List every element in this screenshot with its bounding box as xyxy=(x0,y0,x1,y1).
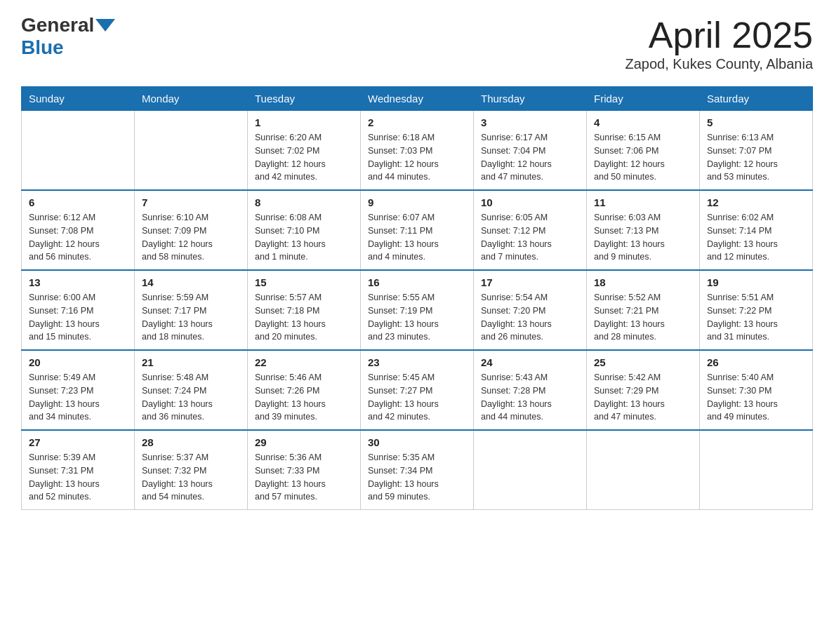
calendar-cell: 14Sunrise: 5:59 AMSunset: 7:17 PMDayligh… xyxy=(135,270,248,350)
logo: General Blue xyxy=(21,14,117,59)
day-info: Sunrise: 5:59 AMSunset: 7:17 PMDaylight:… xyxy=(142,291,240,344)
calendar-week-row: 1Sunrise: 6:20 AMSunset: 7:02 PMDaylight… xyxy=(22,111,813,191)
calendar-cell: 9Sunrise: 6:07 AMSunset: 7:11 PMDaylight… xyxy=(361,190,474,270)
day-number: 22 xyxy=(255,356,353,368)
day-number: 13 xyxy=(29,276,127,288)
calendar-cell: 11Sunrise: 6:03 AMSunset: 7:13 PMDayligh… xyxy=(587,190,700,270)
calendar-cell: 21Sunrise: 5:48 AMSunset: 7:24 PMDayligh… xyxy=(135,350,248,430)
day-info: Sunrise: 5:36 AMSunset: 7:33 PMDaylight:… xyxy=(255,451,353,504)
calendar-week-row: 13Sunrise: 6:00 AMSunset: 7:16 PMDayligh… xyxy=(22,270,813,350)
page-subtitle: Zapod, Kukes County, Albania xyxy=(625,56,813,72)
calendar-day-header: Thursday xyxy=(474,87,587,111)
calendar-cell: 12Sunrise: 6:02 AMSunset: 7:14 PMDayligh… xyxy=(700,190,813,270)
day-number: 25 xyxy=(594,356,692,368)
calendar-cell: 28Sunrise: 5:37 AMSunset: 7:32 PMDayligh… xyxy=(135,430,248,510)
calendar-cell: 6Sunrise: 6:12 AMSunset: 7:08 PMDaylight… xyxy=(22,190,135,270)
day-info: Sunrise: 6:18 AMSunset: 7:03 PMDaylight:… xyxy=(368,131,466,184)
calendar-header-row: SundayMondayTuesdayWednesdayThursdayFrid… xyxy=(22,87,813,111)
day-info: Sunrise: 5:46 AMSunset: 7:26 PMDaylight:… xyxy=(255,371,353,424)
day-number: 24 xyxy=(481,356,579,368)
day-info: Sunrise: 5:48 AMSunset: 7:24 PMDaylight:… xyxy=(142,371,240,424)
day-info: Sunrise: 6:07 AMSunset: 7:11 PMDaylight:… xyxy=(368,211,466,264)
calendar-cell: 20Sunrise: 5:49 AMSunset: 7:23 PMDayligh… xyxy=(22,350,135,430)
day-number: 28 xyxy=(142,436,240,448)
day-info: Sunrise: 6:08 AMSunset: 7:10 PMDaylight:… xyxy=(255,211,353,264)
logo-triangle-icon xyxy=(95,19,115,32)
calendar-cell xyxy=(22,111,135,191)
day-number: 4 xyxy=(594,116,692,128)
calendar-cell: 29Sunrise: 5:36 AMSunset: 7:33 PMDayligh… xyxy=(248,430,361,510)
day-number: 10 xyxy=(481,196,579,208)
calendar-cell xyxy=(474,430,587,510)
calendar-cell: 1Sunrise: 6:20 AMSunset: 7:02 PMDaylight… xyxy=(248,111,361,191)
day-info: Sunrise: 6:05 AMSunset: 7:12 PMDaylight:… xyxy=(481,211,579,264)
logo-blue-text: Blue xyxy=(21,36,64,59)
day-info: Sunrise: 6:17 AMSunset: 7:04 PMDaylight:… xyxy=(481,131,579,184)
calendar-cell: 18Sunrise: 5:52 AMSunset: 7:21 PMDayligh… xyxy=(587,270,700,350)
page-header: General Blue April 2025 Zapod, Kukes Cou… xyxy=(21,14,813,72)
day-info: Sunrise: 6:10 AMSunset: 7:09 PMDaylight:… xyxy=(142,211,240,264)
day-info: Sunrise: 6:03 AMSunset: 7:13 PMDaylight:… xyxy=(594,211,692,264)
day-info: Sunrise: 6:15 AMSunset: 7:06 PMDaylight:… xyxy=(594,131,692,184)
day-number: 1 xyxy=(255,116,353,128)
calendar-cell: 4Sunrise: 6:15 AMSunset: 7:06 PMDaylight… xyxy=(587,111,700,191)
day-number: 20 xyxy=(29,356,127,368)
day-info: Sunrise: 5:54 AMSunset: 7:20 PMDaylight:… xyxy=(481,291,579,344)
logo-general-text: General xyxy=(21,14,94,36)
calendar-table: SundayMondayTuesdayWednesdayThursdayFrid… xyxy=(21,86,813,510)
day-info: Sunrise: 6:13 AMSunset: 7:07 PMDaylight:… xyxy=(707,131,805,184)
day-number: 8 xyxy=(255,196,353,208)
calendar-cell: 15Sunrise: 5:57 AMSunset: 7:18 PMDayligh… xyxy=(248,270,361,350)
day-info: Sunrise: 5:51 AMSunset: 7:22 PMDaylight:… xyxy=(707,291,805,344)
day-number: 3 xyxy=(481,116,579,128)
day-number: 21 xyxy=(142,356,240,368)
day-info: Sunrise: 6:12 AMSunset: 7:08 PMDaylight:… xyxy=(29,211,127,264)
day-number: 11 xyxy=(594,196,692,208)
day-number: 16 xyxy=(368,276,466,288)
day-number: 30 xyxy=(368,436,466,448)
day-info: Sunrise: 5:42 AMSunset: 7:29 PMDaylight:… xyxy=(594,371,692,424)
calendar-cell: 24Sunrise: 5:43 AMSunset: 7:28 PMDayligh… xyxy=(474,350,587,430)
day-info: Sunrise: 6:00 AMSunset: 7:16 PMDaylight:… xyxy=(29,291,127,344)
calendar-cell: 13Sunrise: 6:00 AMSunset: 7:16 PMDayligh… xyxy=(22,270,135,350)
day-number: 12 xyxy=(707,196,805,208)
calendar-cell: 22Sunrise: 5:46 AMSunset: 7:26 PMDayligh… xyxy=(248,350,361,430)
day-number: 19 xyxy=(707,276,805,288)
calendar-cell: 10Sunrise: 6:05 AMSunset: 7:12 PMDayligh… xyxy=(474,190,587,270)
day-number: 2 xyxy=(368,116,466,128)
calendar-day-header: Sunday xyxy=(22,87,135,111)
day-info: Sunrise: 5:40 AMSunset: 7:30 PMDaylight:… xyxy=(707,371,805,424)
day-info: Sunrise: 5:57 AMSunset: 7:18 PMDaylight:… xyxy=(255,291,353,344)
calendar-cell: 19Sunrise: 5:51 AMSunset: 7:22 PMDayligh… xyxy=(700,270,813,350)
day-number: 5 xyxy=(707,116,805,128)
day-info: Sunrise: 5:49 AMSunset: 7:23 PMDaylight:… xyxy=(29,371,127,424)
day-number: 15 xyxy=(255,276,353,288)
calendar-day-header: Monday xyxy=(135,87,248,111)
calendar-cell xyxy=(135,111,248,191)
calendar-week-row: 6Sunrise: 6:12 AMSunset: 7:08 PMDaylight… xyxy=(22,190,813,270)
day-number: 27 xyxy=(29,436,127,448)
day-info: Sunrise: 5:55 AMSunset: 7:19 PMDaylight:… xyxy=(368,291,466,344)
day-info: Sunrise: 5:43 AMSunset: 7:28 PMDaylight:… xyxy=(481,371,579,424)
calendar-week-row: 27Sunrise: 5:39 AMSunset: 7:31 PMDayligh… xyxy=(22,430,813,510)
day-info: Sunrise: 5:35 AMSunset: 7:34 PMDaylight:… xyxy=(368,451,466,504)
day-number: 6 xyxy=(29,196,127,208)
day-number: 18 xyxy=(594,276,692,288)
day-number: 17 xyxy=(481,276,579,288)
calendar-cell: 17Sunrise: 5:54 AMSunset: 7:20 PMDayligh… xyxy=(474,270,587,350)
day-number: 26 xyxy=(707,356,805,368)
calendar-cell: 16Sunrise: 5:55 AMSunset: 7:19 PMDayligh… xyxy=(361,270,474,350)
calendar-cell: 5Sunrise: 6:13 AMSunset: 7:07 PMDaylight… xyxy=(700,111,813,191)
day-info: Sunrise: 6:02 AMSunset: 7:14 PMDaylight:… xyxy=(707,211,805,264)
calendar-cell: 30Sunrise: 5:35 AMSunset: 7:34 PMDayligh… xyxy=(361,430,474,510)
calendar-cell: 27Sunrise: 5:39 AMSunset: 7:31 PMDayligh… xyxy=(22,430,135,510)
page-title: April 2025 xyxy=(625,14,813,56)
calendar-day-header: Wednesday xyxy=(361,87,474,111)
day-number: 14 xyxy=(142,276,240,288)
calendar-cell xyxy=(587,430,700,510)
calendar-day-header: Saturday xyxy=(700,87,813,111)
day-info: Sunrise: 6:20 AMSunset: 7:02 PMDaylight:… xyxy=(255,131,353,184)
calendar-cell: 8Sunrise: 6:08 AMSunset: 7:10 PMDaylight… xyxy=(248,190,361,270)
calendar-cell: 3Sunrise: 6:17 AMSunset: 7:04 PMDaylight… xyxy=(474,111,587,191)
calendar-day-header: Friday xyxy=(587,87,700,111)
